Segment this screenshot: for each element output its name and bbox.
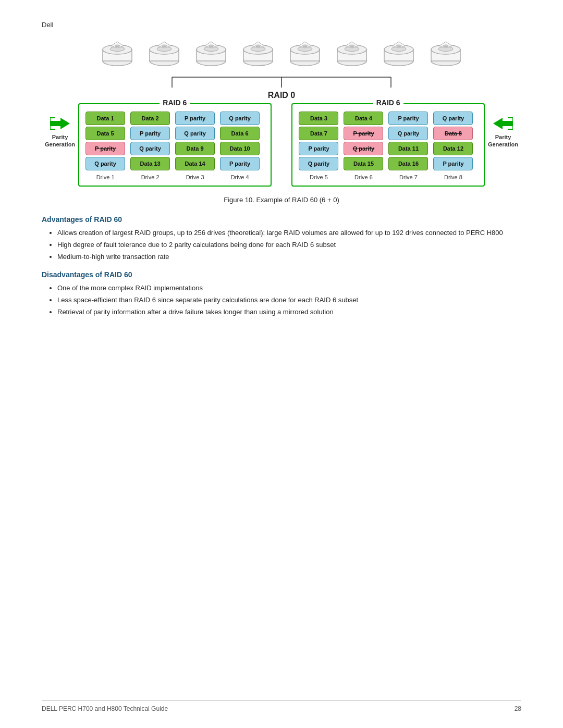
svg-point-23 bbox=[255, 45, 261, 47]
drive-label: Drive 8 bbox=[444, 174, 462, 180]
drive-label: Drive 6 bbox=[354, 174, 373, 180]
drive-cell: P parity bbox=[433, 157, 473, 170]
drive-col: Data 4P parityQ parityData 15Drive 6 bbox=[342, 112, 384, 180]
raid6-right-drives: Data 3Data 7P parityQ parityDrive 5Data … bbox=[298, 112, 478, 180]
disadvantages-heading: Disadvantages of RAID 60 bbox=[42, 270, 521, 279]
drive-cell: P parity bbox=[130, 127, 170, 140]
disk-icon-2 bbox=[145, 39, 183, 68]
drive-cell: Data 4 bbox=[344, 112, 383, 125]
drive-cell: Data 2 bbox=[130, 112, 170, 125]
drive-cell: Data 15 bbox=[344, 157, 383, 170]
svg-point-41 bbox=[396, 45, 401, 47]
page-footer: DELL PERC H700 and H800 Technical Guide … bbox=[42, 700, 521, 712]
drive-cell: Q parity bbox=[175, 127, 215, 140]
drive-cell: Data 10 bbox=[220, 142, 260, 155]
drive-col: Q parityData 8Data 12P parityDrive 8 bbox=[432, 112, 474, 180]
drive-col: P parityQ parityData 11Data 16Drive 7 bbox=[387, 112, 429, 180]
drive-cell: Data 3 bbox=[299, 112, 338, 125]
advantages-list: Allows creation of largest RAID groups, … bbox=[42, 228, 521, 262]
disadvantage-item: Retrieval of parity information after a … bbox=[57, 307, 521, 318]
raid-diagram: ParityGeneration RAID 6 Data 1Data 5P pa… bbox=[42, 103, 521, 187]
svg-point-5 bbox=[115, 45, 120, 47]
svg-point-11 bbox=[162, 45, 167, 47]
drive-col: Data 2P parityQ parityData 13Drive 2 bbox=[129, 112, 171, 180]
disk-icon-3 bbox=[192, 39, 230, 68]
svg-point-47 bbox=[443, 45, 448, 47]
drive-cell: Q parity bbox=[130, 142, 170, 155]
drive-cell: P parity bbox=[85, 142, 125, 155]
advantage-item: High degree of fault tolerance due to 2 … bbox=[57, 240, 521, 251]
drive-cell: Data 13 bbox=[130, 157, 170, 170]
drive-label: Drive 2 bbox=[141, 174, 160, 180]
drive-cell: Data 1 bbox=[85, 112, 125, 125]
drive-cell: Data 11 bbox=[388, 142, 428, 155]
advantages-section: Advantages of RAID 60 Allows creation of… bbox=[42, 215, 521, 262]
raid6-left-label: RAID 6 bbox=[160, 98, 190, 107]
disk-icon-4 bbox=[239, 39, 277, 68]
disk-icon-1 bbox=[99, 39, 136, 68]
svg-marker-61 bbox=[493, 118, 503, 129]
drive-label: Drive 4 bbox=[231, 174, 249, 180]
drive-cell: Data 6 bbox=[220, 127, 260, 140]
parity-left-icon bbox=[50, 116, 70, 131]
drive-col: Data 3Data 7P parityQ parityDrive 5 bbox=[298, 112, 339, 180]
footer-right: 28 bbox=[515, 705, 521, 712]
drive-cell: Q parity bbox=[85, 157, 125, 170]
disadvantage-item: Less space-efficient than RAID 6 since s… bbox=[57, 295, 521, 306]
drive-col: P parityQ parityData 9Data 14Drive 3 bbox=[174, 112, 216, 180]
drive-label: Drive 5 bbox=[310, 174, 328, 180]
raid6-right-group: RAID 6 Data 3Data 7P parityQ parityDrive… bbox=[291, 103, 484, 187]
advantage-item: Allows creation of largest RAID groups, … bbox=[57, 228, 521, 239]
drive-cell: Q parity bbox=[299, 157, 338, 170]
disk-icon-6 bbox=[333, 39, 371, 68]
raid0-bracket bbox=[130, 72, 433, 89]
drive-cell: Data 7 bbox=[299, 127, 338, 140]
figure-caption: Figure 10. Example of RAID 60 (6 + 0) bbox=[42, 196, 521, 204]
disk-icon-8 bbox=[427, 39, 464, 68]
disadvantage-item: One of the more complex RAID implementat… bbox=[57, 283, 521, 294]
drive-cell: Data 16 bbox=[388, 157, 428, 170]
footer-left: DELL PERC H700 and H800 Technical Guide bbox=[42, 705, 168, 712]
svg-rect-52 bbox=[50, 121, 60, 126]
drive-cell: Data 14 bbox=[175, 157, 215, 170]
drive-col: Q parityData 6Data 10P parityDrive 4 bbox=[219, 112, 261, 180]
drive-cell: P parity bbox=[344, 127, 383, 140]
raid0-label: RAID 0 bbox=[268, 91, 295, 100]
raid6-right-label: RAID 6 bbox=[373, 98, 403, 107]
disadvantages-list: One of the more complex RAID implementat… bbox=[42, 283, 521, 317]
parity-gen-left: ParityGeneration bbox=[42, 103, 78, 149]
raid6-left-drives: Data 1Data 5P parityQ parityDrive 1Data … bbox=[84, 112, 265, 180]
drive-cell: P parity bbox=[175, 112, 215, 125]
drive-label: Drive 1 bbox=[96, 174, 115, 180]
drive-cell: Q parity bbox=[344, 142, 383, 155]
drive-cell: P parity bbox=[220, 157, 260, 170]
drive-cell: Data 9 bbox=[175, 142, 215, 155]
advantage-item: Medium-to-high write transaction rate bbox=[57, 252, 521, 263]
svg-marker-53 bbox=[60, 118, 70, 129]
drive-cell: Data 12 bbox=[433, 142, 473, 155]
svg-point-29 bbox=[302, 45, 308, 47]
disadvantages-section: Disadvantages of RAID 60 One of the more… bbox=[42, 270, 521, 317]
disks-row bbox=[42, 39, 521, 68]
disk-icon-7 bbox=[380, 39, 418, 68]
svg-rect-60 bbox=[503, 121, 513, 126]
parity-right-icon bbox=[493, 116, 513, 131]
brand-label: Dell bbox=[42, 21, 521, 29]
drive-cell: Data 5 bbox=[85, 127, 125, 140]
drive-col: Data 1Data 5P parityQ parityDrive 1 bbox=[84, 112, 126, 180]
drive-label: Drive 7 bbox=[399, 174, 418, 180]
svg-point-17 bbox=[209, 45, 214, 47]
raid6-left-group: RAID 6 Data 1Data 5P parityQ parityDrive… bbox=[78, 103, 271, 187]
advantages-heading: Advantages of RAID 60 bbox=[42, 215, 521, 224]
drive-cell: P parity bbox=[388, 112, 428, 125]
svg-point-35 bbox=[349, 45, 354, 47]
parity-gen-right: ParityGeneration bbox=[485, 103, 521, 149]
disk-icon-5 bbox=[286, 39, 324, 68]
drive-cell: Data 8 bbox=[433, 127, 473, 140]
drive-cell: Q parity bbox=[220, 112, 260, 125]
drive-cell: Q parity bbox=[388, 127, 428, 140]
drive-cell: P parity bbox=[299, 142, 338, 155]
drive-label: Drive 3 bbox=[186, 174, 204, 180]
drive-cell: Q parity bbox=[433, 112, 473, 125]
